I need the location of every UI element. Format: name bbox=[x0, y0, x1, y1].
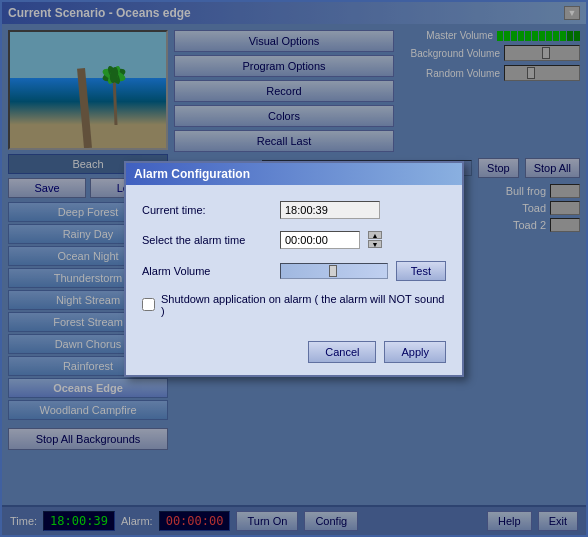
alarm-volume-row: Alarm Volume Test bbox=[142, 261, 446, 281]
alarm-time-field[interactable] bbox=[280, 231, 360, 249]
current-time-field bbox=[280, 201, 380, 219]
test-button[interactable]: Test bbox=[396, 261, 446, 281]
shutdown-checkbox-row: Shutdown application on alarm ( the alar… bbox=[142, 293, 446, 317]
current-time-label: Current time: bbox=[142, 204, 272, 216]
shutdown-checkbox[interactable] bbox=[142, 298, 155, 311]
alarm-volume-label: Alarm Volume bbox=[142, 265, 272, 277]
apply-button[interactable]: Apply bbox=[384, 341, 446, 363]
spin-down-button[interactable]: ▼ bbox=[368, 240, 382, 248]
alarm-time-label: Select the alarm time bbox=[142, 234, 272, 246]
alarm-volume-slider[interactable] bbox=[280, 263, 388, 279]
main-window: Current Scenario - Oceans edge ▼ Beach S… bbox=[0, 0, 588, 537]
shutdown-label: Shutdown application on alarm ( the alar… bbox=[161, 293, 446, 317]
modal-footer: Cancel Apply bbox=[126, 333, 462, 375]
modal-body: Current time: Select the alarm time ▲ ▼ … bbox=[126, 185, 462, 333]
alarm-volume-thumb bbox=[329, 265, 337, 277]
alarm-time-row: Select the alarm time ▲ ▼ bbox=[142, 231, 446, 249]
alarm-time-spinner: ▲ ▼ bbox=[368, 231, 382, 248]
modal-title: Alarm Configuration bbox=[126, 163, 462, 185]
current-time-row: Current time: bbox=[142, 201, 446, 219]
spin-up-button[interactable]: ▲ bbox=[368, 231, 382, 239]
modal-overlay: Alarm Configuration Current time: Select… bbox=[2, 2, 586, 535]
cancel-button[interactable]: Cancel bbox=[308, 341, 376, 363]
alarm-configuration-modal: Alarm Configuration Current time: Select… bbox=[124, 161, 464, 377]
